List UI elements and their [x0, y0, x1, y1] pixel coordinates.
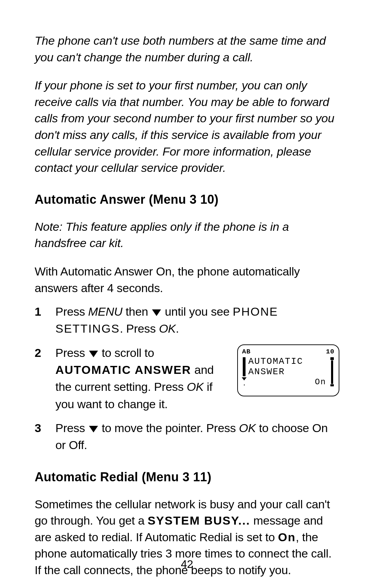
- step-text: Press MENU then until you see PHONE SETT…: [55, 303, 339, 337]
- menu-key-label: MENU: [88, 305, 123, 318]
- screen-menu-number: 10: [326, 347, 335, 357]
- step-text: Press to move the pointer. Press OK to c…: [55, 420, 339, 454]
- screen-value: On: [248, 377, 328, 387]
- text-fragment: to move the pointer. Press: [99, 421, 239, 435]
- screen-text-block: AUTOMATIC ANSWER On: [248, 357, 328, 387]
- step-text: Press to scroll to AUTOMATIC ANSWER and …: [55, 344, 229, 413]
- auto-answer-step-2: 2 Press to scroll to AUTOMATIC ANSWER an…: [35, 344, 339, 413]
- step-number: 2: [35, 344, 55, 413]
- ok-key-label: OK: [239, 421, 256, 435]
- auto-redial-steps: 1 Press MENU then until you see PHONE SE…: [35, 585, 339, 588]
- auto-answer-steps: 1 Press MENU then until you see PHONE SE…: [35, 303, 339, 454]
- ok-key-label: OK: [187, 380, 204, 393]
- auto-answer-note: Note: This feature applies only if the p…: [35, 219, 339, 252]
- text-fragment: Press: [55, 305, 88, 318]
- ok-key-label: OK: [159, 322, 176, 335]
- auto-answer-step-3: 3 Press to move the pointer. Press OK to…: [35, 420, 339, 454]
- text-fragment: .: [176, 322, 179, 335]
- down-arrow-icon: [152, 309, 161, 316]
- phone-screen-illustration: AB 10 AUTOMATIC ANSWER: [237, 344, 339, 396]
- step-number: 1: [35, 585, 55, 588]
- signal-left-icon: [242, 357, 246, 385]
- display-text: SYSTEM BUSY...: [148, 514, 250, 527]
- intro-para-2: If your phone is set to your first numbe…: [35, 77, 339, 176]
- step-text: Press MENU then until you see PHONE SETT…: [55, 585, 339, 588]
- screen-line-2: ANSWER: [248, 367, 328, 377]
- auto-answer-heading: Automatic Answer (Menu 3 10): [35, 192, 339, 207]
- display-text: On: [278, 530, 296, 544]
- screen-line-1: AUTOMATIC: [248, 357, 328, 367]
- down-arrow-icon: [89, 426, 98, 432]
- page-number: 42: [0, 558, 374, 571]
- step-number: 3: [35, 420, 55, 454]
- auto-redial-step-1: 1 Press MENU then until you see PHONE SE…: [35, 585, 339, 588]
- down-arrow-icon: [89, 351, 98, 357]
- step-number: 1: [35, 303, 55, 337]
- text-fragment: Press: [55, 421, 88, 435]
- text-fragment: to scroll to: [99, 346, 154, 359]
- display-text: AUTOMATIC ANSWER: [55, 363, 191, 376]
- screen-ab-indicator: AB: [242, 347, 251, 357]
- auto-answer-step-1: 1 Press MENU then until you see PHONE SE…: [35, 303, 339, 337]
- text-fragment: then: [122, 305, 151, 318]
- intro-para-1: The phone can't use both numbers at the …: [35, 33, 339, 65]
- manual-page: The phone can't use both numbers at the …: [0, 0, 374, 588]
- text-fragment: until you see: [162, 305, 233, 318]
- battery-right-icon: [330, 357, 335, 386]
- text-fragment: . Press: [120, 322, 159, 335]
- auto-redial-heading: Automatic Redial (Menu 3 11): [35, 470, 339, 484]
- text-fragment: Press: [55, 346, 88, 359]
- auto-answer-body: With Automatic Answer On, the phone auto…: [35, 263, 339, 296]
